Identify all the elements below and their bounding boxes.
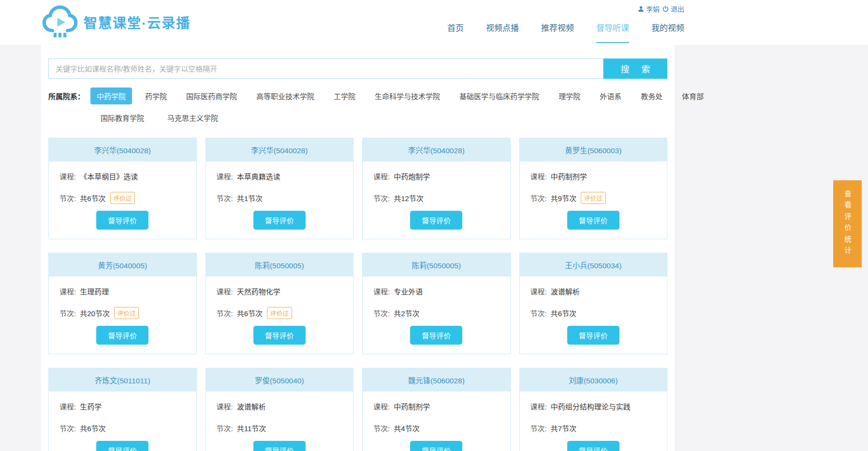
session-label: 节次:	[59, 423, 76, 433]
teacher-name: 陈莉(5050005)	[363, 253, 510, 276]
course-name: 本草典籍选读	[237, 171, 280, 181]
course-line: 课程: 中药制剂学	[373, 401, 500, 411]
nav-item[interactable]: 视频点播	[486, 21, 519, 43]
nav-item[interactable]: 首页	[447, 21, 464, 43]
session-line: 节次: 共12节次	[373, 193, 500, 203]
power-icon	[662, 6, 669, 12]
nav-item[interactable]: 我的视频	[651, 21, 684, 43]
filter-item[interactable]: 马克思主义学院	[161, 109, 224, 126]
course-line: 课程: 专业外语	[373, 286, 500, 296]
cloud-play-icon	[41, 4, 79, 41]
nav-item[interactable]: 推荐视频	[541, 21, 574, 43]
filter-item[interactable]: 中药学院	[90, 87, 132, 104]
search-input[interactable]	[48, 58, 603, 79]
session-label: 节次:	[373, 308, 390, 318]
teacher-name: 齐炼文(5011011)	[49, 368, 196, 392]
course-line: 课程: 波谱解析	[530, 286, 657, 296]
teacher-name: 罗俊(5050040)	[206, 368, 353, 392]
course-card: 李兴华(5040028) 课程: 中药炮制学 节次: 共12节次 督导评价	[362, 138, 511, 239]
person-icon	[638, 6, 644, 12]
user-menu[interactable]: 李娟	[638, 4, 660, 14]
evaluate-button[interactable]: 督导评价	[96, 441, 148, 451]
filter-item[interactable]: 工学院	[327, 87, 362, 104]
session-count: 共6节次	[551, 308, 576, 318]
filter-item[interactable]: 理学院	[552, 87, 587, 104]
session-count: 共6节次	[80, 193, 105, 203]
filter-item[interactable]: 高等职业技术学院	[250, 87, 321, 104]
nav-item[interactable]: 督导听课	[596, 21, 629, 43]
course-line: 课程: 天然药物化学	[217, 286, 343, 296]
session-count: 共4节次	[394, 423, 419, 433]
filter-item[interactable]: 教务处	[634, 87, 669, 104]
teacher-name: 王小兵(5050034)	[520, 253, 667, 276]
course-line: 课程: 本草典籍选读	[217, 171, 343, 181]
filter-item[interactable]: 药学院	[139, 87, 173, 104]
teacher-name: 刘康(5030006)	[520, 368, 667, 392]
course-line: 课程: 《本草纲目》选读	[59, 171, 186, 181]
course-label: 课程:	[530, 401, 547, 411]
evaluate-button[interactable]: 督导评价	[410, 326, 462, 345]
main-nav: 首页 视频点播 推荐视频 督导听课 我的视频	[447, 21, 684, 43]
session-count: 共6节次	[80, 423, 105, 433]
session-line: 节次: 共9节次 评价过	[530, 193, 657, 203]
course-label: 课程:	[217, 171, 233, 181]
filter-item[interactable]: 国际医药商学院	[180, 87, 243, 104]
course-label: 课程:	[217, 286, 233, 296]
session-line: 节次: 共20节次 评价过	[59, 308, 186, 318]
course-name: 生药学	[80, 401, 102, 411]
teacher-name: 李兴华(5040028)	[49, 138, 196, 161]
logout-button[interactable]: 退出	[662, 4, 684, 14]
session-line: 节次: 共6节次	[59, 423, 186, 433]
filter-item[interactable]: 外语系	[593, 87, 628, 104]
search-button[interactable]: 搜 索	[603, 58, 667, 79]
evaluate-button[interactable]: 督导评价	[567, 326, 619, 345]
teacher-name: 魏元锋(5060028)	[363, 368, 510, 392]
top-header: 智慧课堂·云录播 李娟 退出 首页 视频点播 推荐视频 督导听课	[0, 0, 868, 45]
evaluate-button[interactable]: 督导评价	[96, 326, 148, 345]
filter-item[interactable]: 生命科学与技术学院	[368, 87, 446, 104]
course-name: 生理药理	[80, 286, 109, 296]
evaluate-button[interactable]: 督导评价	[96, 211, 148, 230]
view-evaluation-stats-button[interactable]: 查看评价统计	[833, 180, 862, 267]
course-card: 黄罗生(5060003) 课程: 中药制剂学 节次: 共9节次 评价过 督导评价	[519, 138, 668, 239]
session-label: 节次:	[373, 193, 390, 203]
course-label: 课程:	[373, 286, 390, 296]
session-label: 节次:	[59, 193, 76, 203]
filter-item[interactable]: 基础医学与临床药学学院	[453, 87, 545, 104]
session-line: 节次: 共6节次 评价过	[59, 193, 186, 203]
evaluate-button[interactable]: 督导评价	[567, 441, 619, 451]
filter-item[interactable]: 体育部	[676, 87, 710, 104]
evaluate-button[interactable]: 督导评价	[410, 211, 462, 230]
session-label: 节次:	[217, 193, 233, 203]
evaluated-badge: 评价过	[114, 307, 139, 319]
course-card: 王小兵(5050034) 课程: 波谱解析 节次: 共6节次 督导评价	[519, 253, 668, 354]
course-name: 专业外语	[394, 286, 423, 296]
course-card: 李兴华(5040028) 课程: 《本草纲目》选读 节次: 共6节次 评价过 督…	[48, 138, 197, 239]
evaluate-button[interactable]: 督导评价	[567, 211, 619, 230]
evaluated-badge: 评价过	[110, 192, 135, 204]
department-filter: 所属院系： 中药学院 药学院 国际医药商学院 高等职业技术学院 工学院 生命科学…	[48, 87, 667, 126]
session-count: 共2节次	[394, 308, 419, 318]
evaluate-button[interactable]: 督导评价	[253, 326, 306, 345]
teacher-name: 李兴华(5040028)	[363, 138, 510, 161]
course-card: 李兴华(5040028) 课程: 本草典籍选读 节次: 共1节次 督导评价	[206, 138, 354, 239]
course-card: 黄芳(5040005) 课程: 生理药理 节次: 共20节次 评价过 督导评价	[48, 253, 197, 354]
evaluated-badge: 评价过	[267, 307, 292, 319]
filter-row-1: 所属院系： 中药学院 药学院 国际医药商学院 高等职业技术学院 工学院 生命科学…	[48, 87, 667, 104]
evaluate-button[interactable]: 督导评价	[253, 441, 306, 451]
session-line: 节次: 共11节次	[217, 423, 343, 433]
course-card: 齐炼文(5011011) 课程: 生药学 节次: 共6节次 督导评价	[48, 368, 197, 451]
evaluate-button[interactable]: 督导评价	[253, 211, 306, 230]
session-label: 节次:	[530, 423, 547, 433]
teacher-name: 陈莉(5050005)	[206, 253, 353, 276]
course-name: 中药制剂学	[394, 401, 430, 411]
course-label: 课程:	[59, 286, 76, 296]
course-label: 课程:	[217, 401, 233, 411]
course-name: 《本草纲目》选读	[80, 171, 138, 181]
course-name: 波谱解析	[551, 286, 580, 296]
filter-item[interactable]: 国际教育学院	[94, 109, 150, 126]
course-card: 罗俊(5050040) 课程: 波谱解析 节次: 共11节次 督导评价	[206, 368, 354, 451]
session-line: 节次: 共7节次	[530, 423, 657, 433]
session-label: 节次:	[530, 308, 547, 318]
evaluate-button[interactable]: 督导评价	[410, 441, 462, 451]
